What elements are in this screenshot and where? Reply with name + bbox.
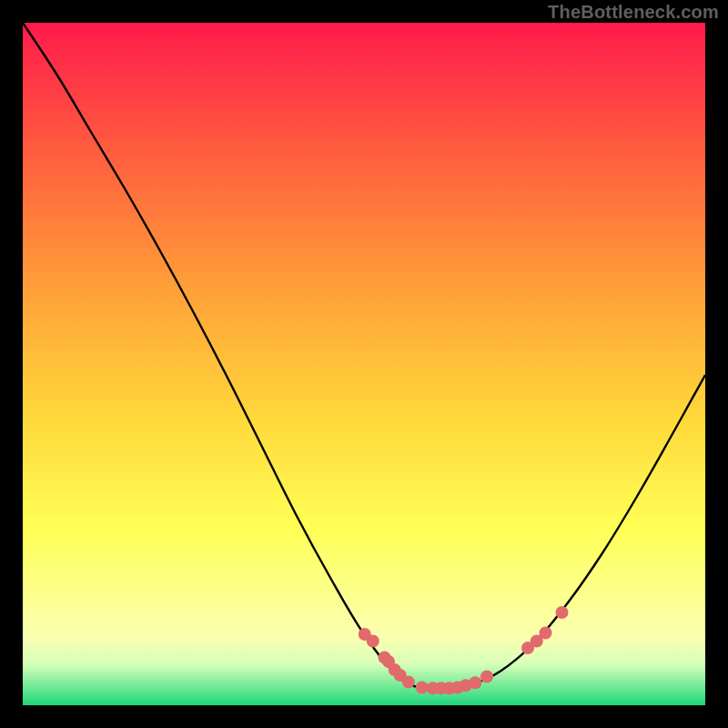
data-point <box>556 606 569 619</box>
data-point <box>480 671 493 683</box>
data-point <box>402 676 415 689</box>
data-point <box>540 627 552 640</box>
curve-layer <box>23 23 705 705</box>
plot-area <box>23 23 705 705</box>
data-points <box>359 606 569 694</box>
bottleneck-curve <box>23 23 705 690</box>
data-point <box>469 676 481 689</box>
data-point <box>367 635 379 648</box>
data-point <box>416 682 429 694</box>
chart-frame: TheBottleneck.com <box>0 0 728 728</box>
watermark-text: TheBottleneck.com <box>548 2 719 23</box>
